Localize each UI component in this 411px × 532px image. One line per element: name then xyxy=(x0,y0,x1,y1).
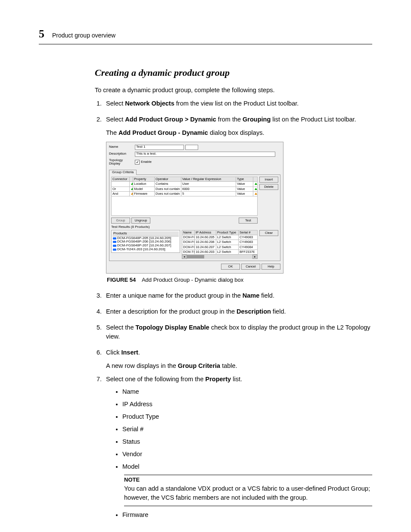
section-heading: Creating a dynamic product group xyxy=(95,66,372,80)
products-tree[interactable]: Products DCM-FGS648P-205 [10.24.60.205] … xyxy=(111,230,180,253)
result-row[interactable]: DCM-FGS648...10.24.60.205L2 SwitchCY4908… xyxy=(182,235,258,240)
figure-caption: FIGURE 54 Add Product Group - Dynamic di… xyxy=(107,276,372,284)
step-3: Enter a unique name for the product grou… xyxy=(103,291,372,300)
property-item: Product Type xyxy=(122,412,372,421)
criteria-table: Connector Property Operator Value / Regu… xyxy=(111,177,258,196)
delete-button[interactable]: Delete xyxy=(259,184,278,190)
device-icon xyxy=(113,241,116,243)
property-item: Model xyxy=(122,462,372,471)
note-block: NOTE You can add a standalone VDX produc… xyxy=(124,475,372,506)
clear-button[interactable]: Clear xyxy=(259,230,278,236)
desc-label: Description xyxy=(109,152,135,156)
insert-button[interactable]: Insert xyxy=(259,177,278,183)
content: Creating a dynamic product group To crea… xyxy=(95,66,372,520)
h-scrollbar[interactable]: ◂ ▸ xyxy=(182,255,258,259)
enable-checkbox[interactable]: ✔ xyxy=(135,160,140,165)
page-header: 5 Product group overview xyxy=(39,26,372,44)
intro-text: To create a dynamic product group, compl… xyxy=(95,86,372,95)
test-button[interactable]: Test xyxy=(239,218,258,224)
note-heading: NOTE xyxy=(124,475,372,484)
scroll-right-icon[interactable]: ▸ xyxy=(252,255,258,259)
ok-button[interactable]: OK xyxy=(221,264,240,270)
page: 5 Product group overview Creating a dyna… xyxy=(0,0,411,532)
enable-label: Enable xyxy=(141,160,152,164)
property-item: Status xyxy=(122,437,372,446)
result-row[interactable]: DCM-FGS648...10.24.60.207L2 SwitchCY4908… xyxy=(182,245,258,249)
step-2: Select Add Product Group > Dynamic from … xyxy=(103,115,372,284)
step-2-sub: The Add Product Group - Dynamic dialog b… xyxy=(106,128,372,137)
property-list: Name IP Address Product Type Serial # St… xyxy=(106,387,372,471)
tree-item[interactable]: DCM-TI24X-203 [10.24.60.203] xyxy=(112,248,179,252)
note-body: You can add a standalone VDX product or … xyxy=(124,484,372,506)
header-title: Product group overview xyxy=(52,31,115,40)
property-list-tail: Firmware xyxy=(106,510,372,520)
ungroup-button[interactable]: Ungroup xyxy=(131,218,150,224)
chapter-number: 5 xyxy=(39,26,44,42)
property-item: Serial # xyxy=(122,425,372,434)
criteria-row[interactable]: LocationContains UserValue xyxy=(112,182,258,187)
device-icon xyxy=(113,237,116,240)
criteria-row[interactable]: Or ModelDoes not contain 6000Value xyxy=(112,187,258,191)
topo-label: Topology Display xyxy=(109,159,135,166)
step-6-sub: A new row displays in the Group Criteria… xyxy=(106,361,372,370)
property-item: Vendor xyxy=(122,450,372,459)
step-list: Select Network Objects from the view lis… xyxy=(95,99,372,520)
help-button[interactable]: Help xyxy=(262,264,280,270)
criteria-tab[interactable]: Group Criteria xyxy=(109,170,137,175)
cancel-button[interactable]: Cancel xyxy=(241,264,260,270)
scroll-left-icon[interactable]: ◂ xyxy=(182,255,187,259)
result-row[interactable]: DCM-TI24X-20310.24.60.203L2 SwitchBFF233… xyxy=(182,249,258,254)
dialog-screenshot: Name Test 1 Description This is a test. … xyxy=(106,142,283,274)
criteria-panel: Connector Property Operator Value / Regu… xyxy=(109,174,280,261)
property-item: IP Address xyxy=(122,400,372,409)
device-icon xyxy=(113,245,116,247)
criteria-row[interactable]: And FirmwareDoes not contain 5Value xyxy=(112,191,258,196)
result-row[interactable]: DCM-FGS648...10.24.60.206L2 SwitchCY4908… xyxy=(182,240,258,245)
name-label: Name xyxy=(109,145,135,149)
name-field[interactable]: Test 1 xyxy=(135,145,184,150)
step-5: Select the Topology Display Enable check… xyxy=(103,323,372,341)
test-results-label: Test Results (8 Products) xyxy=(111,225,278,229)
tree-header: Products xyxy=(112,231,179,236)
name-extra-field[interactable] xyxy=(185,145,198,150)
property-item: Name xyxy=(122,387,372,396)
step-4: Enter a description for the product grou… xyxy=(103,307,372,316)
step-1: Select Network Objects from the view lis… xyxy=(103,99,372,108)
results-table: NameIP Address Product TypeSerial # DCM-… xyxy=(182,230,258,255)
desc-field[interactable]: This is a test. xyxy=(135,152,275,157)
device-icon xyxy=(113,249,116,251)
property-item: Firmware xyxy=(122,510,372,520)
step-6: Click Insert. A new row displays in the … xyxy=(103,348,372,370)
group-button[interactable]: Group xyxy=(111,218,130,224)
step-7: Select one of the following from the Pro… xyxy=(103,375,372,520)
